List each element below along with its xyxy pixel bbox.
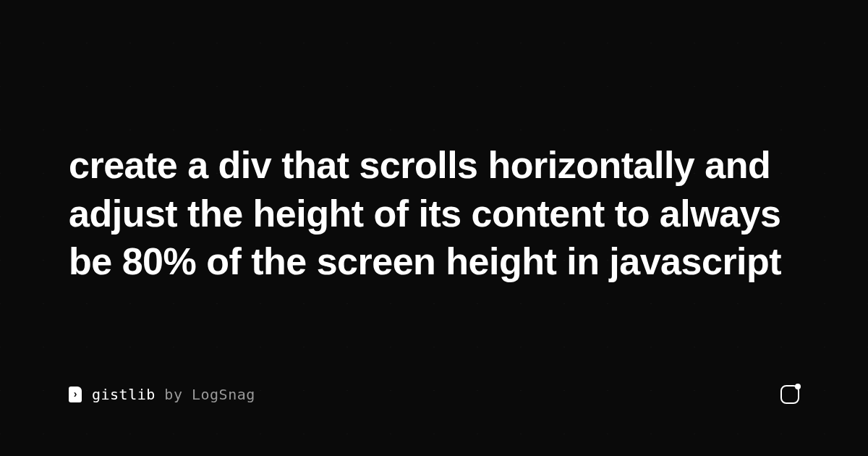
file-icon — [69, 387, 82, 402]
footer: gistlib by LogSnag — [69, 385, 799, 404]
page-title: create a div that scrolls horizontally a… — [69, 141, 799, 286]
card-container: create a div that scrolls horizontally a… — [0, 0, 868, 456]
brand-name: gistlib — [92, 386, 156, 403]
brand-text: gistlib by LogSnag — [92, 386, 255, 403]
brand-by: by LogSnag — [164, 386, 255, 403]
notification-icon — [780, 385, 799, 404]
brand: gistlib by LogSnag — [69, 386, 255, 403]
